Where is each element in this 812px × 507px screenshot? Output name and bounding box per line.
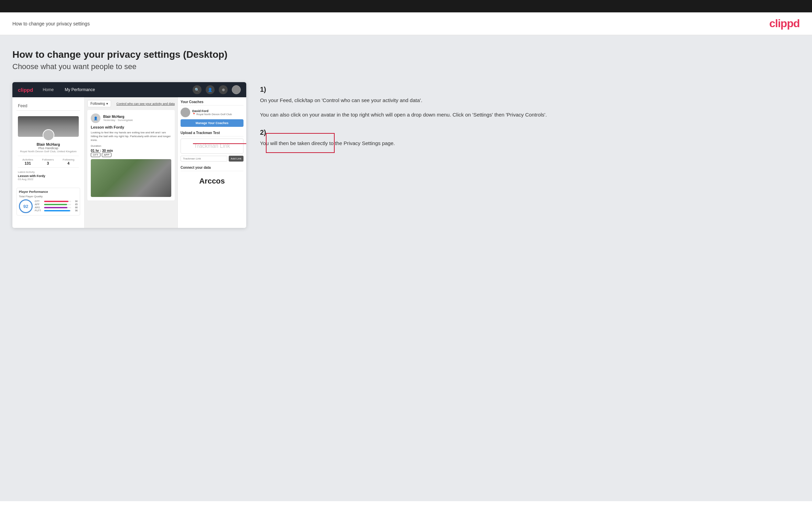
nav-right-icons: 🔍 👤 ⊕ xyxy=(193,85,241,94)
instructions-column: 1) On your Feed, click/tap on 'Control w… xyxy=(260,82,800,157)
app-feed: Following ▾ Control who can see your act… xyxy=(85,97,177,228)
article-subtitle: Choose what you want people to see xyxy=(12,62,800,71)
nav-home: Home xyxy=(41,87,55,92)
tpq-bar-arg: ARG 86 xyxy=(35,206,78,209)
tpq-bar-app: APP 85 xyxy=(35,203,78,206)
latest-activity-label: Latest Activity xyxy=(18,170,79,174)
profile-cover-image xyxy=(18,116,79,137)
profile-card: Blair McHarg Plus Handicap Royal North D… xyxy=(17,113,80,186)
stat-followers: Followers 3 xyxy=(42,158,54,165)
site-logo: clippd xyxy=(769,17,800,30)
trackman-section: Upload a Trackman Test Trackman Link Add… xyxy=(181,131,243,162)
coach-club: 📍 Royal North Devon Golf Club xyxy=(192,113,232,116)
trackman-input-row: Add Link xyxy=(181,156,243,162)
app-screenshot: clippd Home My Performance 🔍 👤 ⊕ Feed xyxy=(12,82,246,228)
feed-card-image xyxy=(91,159,171,197)
article-heading: How to change your privacy settings (Des… xyxy=(12,49,800,71)
instruction-step1: 1) On your Feed, click/tap on 'Control w… xyxy=(260,86,800,119)
player-performance-section: Player Performance Total Player Quality … xyxy=(17,188,80,216)
feed-tag-ott: OTT xyxy=(91,153,100,157)
search-icon: 🔍 xyxy=(193,85,202,94)
feed-user-avatar: 👤 xyxy=(91,113,100,123)
trackman-input-area: Trackman Link xyxy=(181,139,243,154)
step1-text-part1: On your Feed, click/tap on 'Control who … xyxy=(260,96,800,104)
coach-name: David Ford xyxy=(192,109,232,113)
page-title: How to change your privacy settings xyxy=(12,21,90,26)
player-perf-title: Player Performance xyxy=(19,190,78,194)
step2-number: 2) xyxy=(260,129,800,136)
user-icon: 👤 xyxy=(206,85,215,94)
profile-name: Blair McHarg xyxy=(18,142,79,146)
connect-section: Connect your data Arccos xyxy=(181,166,243,189)
avatar-icon xyxy=(232,85,241,94)
screenshot-wrapper: clippd Home My Performance 🔍 👤 ⊕ Feed xyxy=(12,82,246,228)
feed-user-name: Blair McHarg xyxy=(103,115,133,119)
tpq-label: Total Player Quality xyxy=(19,195,78,198)
feed-card-header: 👤 Blair McHarg Yesterday · Sunningdale xyxy=(91,113,171,123)
stat-following: Following 4 xyxy=(63,158,74,165)
feed-card-title: Lesson with Fordy xyxy=(91,125,171,129)
manage-coaches-button[interactable]: Manage Your Coaches xyxy=(181,119,243,127)
trackman-text-field[interactable] xyxy=(181,156,227,162)
main-content: How to change your privacy settings (Des… xyxy=(0,35,812,501)
feed-label: Feed xyxy=(17,101,80,111)
coaches-section-title: Your Coaches xyxy=(181,100,243,106)
tpq-row: 92 OTT 90 xyxy=(19,199,78,213)
feed-card-description: Looking to feel like my hands are exitin… xyxy=(91,131,171,142)
arccos-logo: Arccos xyxy=(181,173,243,189)
red-highlight-box xyxy=(266,133,335,153)
app-logo: clippd xyxy=(18,87,33,93)
stat-activities: Activities 131 xyxy=(22,158,33,165)
article-title: How to change your privacy settings (Des… xyxy=(12,49,800,60)
top-bar xyxy=(0,0,812,12)
latest-activity-name: Lesson with Fordy xyxy=(18,174,79,178)
feed-duration-label: Duration xyxy=(91,144,171,147)
step1-text-part2: You can also click on your avatar in the… xyxy=(260,111,800,119)
app-sidebar: Feed Blair McHarg Plus Handicap Royal No… xyxy=(12,97,85,228)
add-link-button[interactable]: Add Link xyxy=(229,156,243,162)
feed-user-date: Yesterday · Sunningdale xyxy=(103,119,133,122)
trackman-section-title: Upload a Trackman Test xyxy=(181,131,243,136)
feed-tag-app: APP xyxy=(102,153,111,157)
coaches-section: Your Coaches David Ford 📍 Royal North De… xyxy=(181,100,243,127)
instruction-step2: 2) You will then be taken directly to th… xyxy=(260,129,800,147)
profile-avatar xyxy=(43,129,54,141)
control-privacy-link[interactable]: Control who can see your activity and da… xyxy=(116,102,175,106)
step2-text: You will then be taken directly to the P… xyxy=(260,139,800,147)
red-arrow-line xyxy=(193,143,246,144)
plus-icon: ⊕ xyxy=(219,85,228,94)
latest-activity-date: 03 Aug 2022 xyxy=(18,178,79,181)
step1-number: 1) xyxy=(260,86,800,93)
tpq-bars: OTT 90 APP xyxy=(35,200,78,212)
app-nav: clippd Home My Performance 🔍 👤 ⊕ xyxy=(12,82,246,97)
coach-item: David Ford 📍 Royal North Devon Golf Club xyxy=(181,108,243,117)
tpq-circle: 92 xyxy=(19,199,33,213)
feed-card: 👤 Blair McHarg Yesterday · Sunningdale L… xyxy=(87,110,175,200)
nav-my-performance: My Performance xyxy=(63,87,96,92)
following-button[interactable]: Following ▾ xyxy=(87,100,111,107)
feed-tags: OTT APP xyxy=(91,153,171,157)
two-col-layout: clippd Home My Performance 🔍 👤 ⊕ Feed xyxy=(12,82,800,228)
site-footer: Copyright Clippd 2022 xyxy=(0,501,812,507)
tpq-bar-ott: OTT 90 xyxy=(35,200,78,202)
feed-duration-value: 01 hr : 30 min xyxy=(91,149,171,153)
profile-stats: Activities 131 Followers 3 Following 4 xyxy=(18,156,79,168)
app-body: Feed Blair McHarg Plus Handicap Royal No… xyxy=(12,97,246,228)
profile-handicap: Plus Handicap xyxy=(18,146,79,150)
coach-avatar xyxy=(181,108,190,117)
connect-section-title: Connect your data xyxy=(181,166,243,171)
profile-club: Royal North Devon Golf Club, United King… xyxy=(18,150,79,153)
following-bar: Following ▾ Control who can see your act… xyxy=(87,100,175,107)
tpq-bar-putt: PUTT 96 xyxy=(35,209,78,212)
site-header: How to change your privacy settings clip… xyxy=(0,12,812,35)
app-right-panel: Your Coaches David Ford 📍 Royal North De… xyxy=(177,97,246,228)
